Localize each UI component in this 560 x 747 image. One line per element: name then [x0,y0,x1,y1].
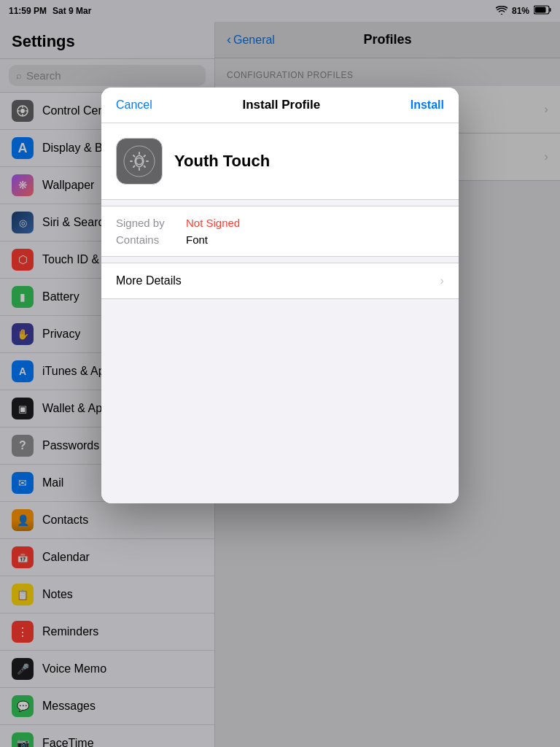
contains-label: Contains [116,233,174,246]
svg-line-20 [133,166,135,168]
modal-details-section: Signed by Not Signed Contains Font [101,206,459,257]
more-details-chevron: › [440,274,444,288]
contains-row: Contains Font [116,233,444,246]
signed-by-label: Signed by [116,217,174,229]
svg-line-17 [133,155,135,157]
svg-line-18 [144,166,146,168]
modal-header: Cancel Install Profile Install [101,88,459,123]
svg-line-19 [144,155,146,157]
modal-title: Install Profile [242,98,320,112]
signed-by-value: Not Signed [186,217,240,229]
more-details-label: More Details [116,274,182,287]
modal-body [101,299,459,503]
modal-profile-name: Youth Touch [174,152,270,171]
svg-point-11 [124,146,155,177]
contains-value: Font [186,233,208,246]
signed-by-row: Signed by Not Signed [116,217,444,229]
modal-profile-section: Youth Touch [101,123,459,200]
more-details-row[interactable]: More Details › [101,263,459,299]
modal-profile-icon [116,138,163,185]
install-button[interactable]: Install [411,98,444,112]
modal-overlay: Cancel Install Profile Install [0,0,560,747]
install-profile-modal: Cancel Install Profile Install [101,88,459,503]
cancel-button[interactable]: Cancel [116,98,152,112]
